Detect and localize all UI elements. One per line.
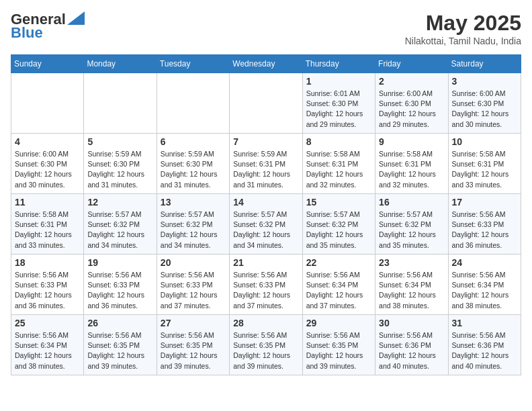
day-number: 6: [161, 136, 226, 147]
day-info: Sunrise: 5:56 AM Sunset: 6:33 PM Dayligh…: [161, 270, 226, 311]
day-number: 16: [379, 197, 444, 208]
day-number: 28: [233, 318, 298, 328]
calendar-week-row: 4Sunrise: 6:00 AM Sunset: 6:30 PM Daylig…: [11, 134, 521, 194]
day-info: Sunrise: 5:56 AM Sunset: 6:35 PM Dayligh…: [306, 330, 371, 371]
calendar-cell: 3Sunrise: 6:00 AM Sunset: 6:30 PM Daylig…: [448, 73, 521, 134]
day-number: 19: [87, 257, 152, 268]
day-info: Sunrise: 5:58 AM Sunset: 6:31 PM Dayligh…: [379, 149, 444, 190]
day-number: 12: [87, 197, 152, 208]
calendar-cell: 24Sunrise: 5:56 AM Sunset: 6:34 PM Dayli…: [448, 255, 521, 315]
day-info: Sunrise: 5:56 AM Sunset: 6:33 PM Dayligh…: [452, 210, 517, 250]
calendar-cell: 26Sunrise: 5:56 AM Sunset: 6:35 PM Dayli…: [84, 315, 157, 375]
calendar-cell: 17Sunrise: 5:56 AM Sunset: 6:33 PM Dayli…: [448, 194, 521, 255]
day-info: Sunrise: 5:57 AM Sunset: 6:32 PM Dayligh…: [379, 210, 444, 250]
day-info: Sunrise: 5:57 AM Sunset: 6:32 PM Dayligh…: [233, 210, 298, 250]
day-info: Sunrise: 5:57 AM Sunset: 6:32 PM Dayligh…: [87, 210, 152, 250]
day-info: Sunrise: 6:00 AM Sunset: 6:30 PM Dayligh…: [15, 149, 80, 190]
day-number: 26: [87, 318, 152, 328]
day-info: Sunrise: 5:58 AM Sunset: 6:31 PM Dayligh…: [15, 210, 80, 250]
day-number: 14: [233, 197, 298, 208]
day-info: Sunrise: 6:00 AM Sunset: 6:30 PM Dayligh…: [379, 89, 444, 130]
day-number: 11: [15, 197, 80, 208]
calendar-cell: 2Sunrise: 6:00 AM Sunset: 6:30 PM Daylig…: [375, 73, 448, 134]
day-info: Sunrise: 5:56 AM Sunset: 6:33 PM Dayligh…: [87, 270, 152, 311]
calendar-cell: 7Sunrise: 5:59 AM Sunset: 6:31 PM Daylig…: [230, 134, 302, 194]
day-info: Sunrise: 5:59 AM Sunset: 6:31 PM Dayligh…: [233, 149, 298, 190]
calendar-cell: 15Sunrise: 5:57 AM Sunset: 6:32 PM Dayli…: [302, 194, 375, 255]
calendar-cell: 16Sunrise: 5:57 AM Sunset: 6:32 PM Dayli…: [375, 194, 448, 255]
svg-marker-0: [67, 11, 85, 25]
calendar-cell: 25Sunrise: 5:56 AM Sunset: 6:34 PM Dayli…: [11, 315, 84, 375]
day-number: 2: [379, 76, 444, 87]
calendar-cell: 5Sunrise: 5:59 AM Sunset: 6:30 PM Daylig…: [84, 134, 157, 194]
calendar-cell: 9Sunrise: 5:58 AM Sunset: 6:31 PM Daylig…: [375, 134, 448, 194]
calendar-cell: [230, 73, 302, 134]
day-number: 22: [306, 257, 371, 268]
month-year-title: May 2025: [405, 11, 521, 36]
day-number: 15: [306, 197, 371, 208]
day-number: 8: [306, 136, 371, 147]
day-number: 10: [452, 136, 517, 147]
calendar-cell: 27Sunrise: 5:56 AM Sunset: 6:35 PM Dayli…: [157, 315, 229, 375]
day-number: 1: [306, 76, 371, 87]
calendar-cell: 10Sunrise: 5:58 AM Sunset: 6:31 PM Dayli…: [448, 134, 521, 194]
day-number: 29: [306, 318, 371, 328]
day-info: Sunrise: 5:56 AM Sunset: 6:36 PM Dayligh…: [379, 330, 444, 371]
day-number: 13: [161, 197, 226, 208]
calendar-cell: 19Sunrise: 5:56 AM Sunset: 6:33 PM Dayli…: [84, 255, 157, 315]
calendar-cell: 13Sunrise: 5:57 AM Sunset: 6:32 PM Dayli…: [157, 194, 229, 255]
day-info: Sunrise: 5:56 AM Sunset: 6:34 PM Dayligh…: [452, 270, 517, 311]
logo-icon: [67, 11, 85, 25]
day-info: Sunrise: 5:58 AM Sunset: 6:31 PM Dayligh…: [452, 149, 517, 190]
weekday-header-thursday: Thursday: [302, 55, 375, 73]
day-info: Sunrise: 5:56 AM Sunset: 6:34 PM Dayligh…: [306, 270, 371, 311]
logo-blue-text: Blue: [11, 24, 43, 42]
calendar-cell: 30Sunrise: 5:56 AM Sunset: 6:36 PM Dayli…: [375, 315, 448, 375]
day-info: Sunrise: 6:00 AM Sunset: 6:30 PM Dayligh…: [452, 89, 517, 130]
day-number: 24: [452, 257, 517, 268]
calendar-cell: 6Sunrise: 5:59 AM Sunset: 6:30 PM Daylig…: [157, 134, 229, 194]
weekday-header-tuesday: Tuesday: [157, 55, 229, 73]
day-number: 30: [379, 318, 444, 328]
day-number: 23: [379, 257, 444, 268]
day-number: 7: [233, 136, 298, 147]
day-info: Sunrise: 5:56 AM Sunset: 6:36 PM Dayligh…: [452, 330, 517, 371]
calendar-cell: 23Sunrise: 5:56 AM Sunset: 6:34 PM Dayli…: [375, 255, 448, 315]
day-info: Sunrise: 5:57 AM Sunset: 6:32 PM Dayligh…: [306, 210, 371, 250]
weekday-header-friday: Friday: [375, 55, 448, 73]
day-number: 9: [379, 136, 444, 147]
calendar-cell: 29Sunrise: 5:56 AM Sunset: 6:35 PM Dayli…: [302, 315, 375, 375]
title-block: May 2025 Nilakottai, Tamil Nadu, India: [405, 11, 521, 46]
day-info: Sunrise: 5:56 AM Sunset: 6:33 PM Dayligh…: [233, 270, 298, 311]
day-info: Sunrise: 5:59 AM Sunset: 6:30 PM Dayligh…: [161, 149, 226, 190]
day-info: Sunrise: 6:01 AM Sunset: 6:30 PM Dayligh…: [306, 89, 371, 130]
calendar-cell: 14Sunrise: 5:57 AM Sunset: 6:32 PM Dayli…: [230, 194, 302, 255]
calendar-table: SundayMondayTuesdayWednesdayThursdayFrid…: [11, 54, 521, 375]
calendar-week-row: 1Sunrise: 6:01 AM Sunset: 6:30 PM Daylig…: [11, 73, 521, 134]
calendar-cell: 18Sunrise: 5:56 AM Sunset: 6:33 PM Dayli…: [11, 255, 84, 315]
day-info: Sunrise: 5:57 AM Sunset: 6:32 PM Dayligh…: [161, 210, 226, 250]
calendar-cell: 31Sunrise: 5:56 AM Sunset: 6:36 PM Dayli…: [448, 315, 521, 375]
day-number: 25: [15, 318, 80, 328]
day-info: Sunrise: 5:58 AM Sunset: 6:31 PM Dayligh…: [306, 149, 371, 190]
day-number: 5: [87, 136, 152, 147]
calendar-cell: 12Sunrise: 5:57 AM Sunset: 6:32 PM Dayli…: [84, 194, 157, 255]
calendar-cell: 11Sunrise: 5:58 AM Sunset: 6:31 PM Dayli…: [11, 194, 84, 255]
weekday-header-monday: Monday: [84, 55, 157, 73]
calendar-week-row: 18Sunrise: 5:56 AM Sunset: 6:33 PM Dayli…: [11, 255, 521, 315]
day-number: 31: [452, 318, 517, 328]
day-number: 27: [161, 318, 226, 328]
day-info: Sunrise: 5:56 AM Sunset: 6:35 PM Dayligh…: [87, 330, 152, 371]
calendar-cell: 28Sunrise: 5:56 AM Sunset: 6:35 PM Dayli…: [230, 315, 302, 375]
day-number: 3: [452, 76, 517, 87]
calendar-cell: 20Sunrise: 5:56 AM Sunset: 6:33 PM Dayli…: [157, 255, 229, 315]
logo: General Blue: [11, 11, 85, 42]
day-info: Sunrise: 5:56 AM Sunset: 6:35 PM Dayligh…: [161, 330, 226, 371]
day-number: 18: [15, 257, 80, 268]
weekday-header-saturday: Saturday: [448, 55, 521, 73]
weekday-header-sunday: Sunday: [11, 55, 84, 73]
calendar-cell: 1Sunrise: 6:01 AM Sunset: 6:30 PM Daylig…: [302, 73, 375, 134]
location-subtitle: Nilakottai, Tamil Nadu, India: [405, 36, 521, 46]
calendar-week-row: 25Sunrise: 5:56 AM Sunset: 6:34 PM Dayli…: [11, 315, 521, 375]
day-info: Sunrise: 5:56 AM Sunset: 6:34 PM Dayligh…: [379, 270, 444, 311]
